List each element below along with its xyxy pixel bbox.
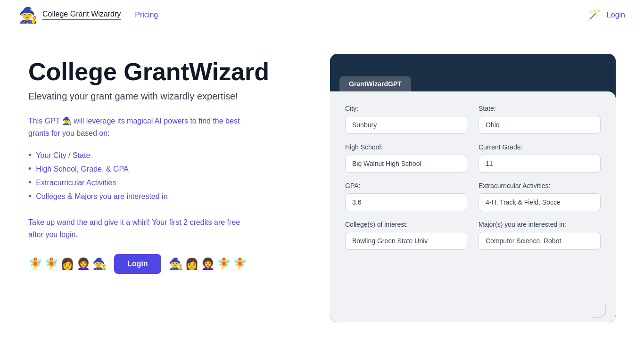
- city-group: City:: [345, 105, 467, 134]
- activities-input[interactable]: [479, 193, 601, 211]
- emoji-3: 👩: [60, 257, 74, 271]
- navbar: 🧙 College Grant Wizardry Pricing 🪄 Login: [0, 0, 644, 30]
- logo-icon: 🧙: [19, 6, 38, 24]
- activities-group: Extracurricular Activities:: [479, 182, 601, 211]
- hero-subtitle: Elevating your grant game with wizardly …: [28, 91, 302, 102]
- emoji-1: 🧚: [28, 257, 42, 271]
- state-label: State:: [479, 105, 601, 112]
- wand-icon: 🪄: [587, 8, 601, 22]
- main-container: College GrantWizard Elevating your grant…: [0, 30, 644, 346]
- form-grid: City: State: High School: Current Grade:: [345, 105, 601, 250]
- gpa-input[interactable]: [345, 193, 467, 211]
- list-item: High School, Grade, & GPA: [28, 162, 302, 176]
- gpa-label: GPA:: [345, 182, 467, 189]
- majors-group: Major(s) you are interested in:: [479, 221, 601, 250]
- panel-header: GrantWizardGPT: [330, 54, 616, 91]
- grade-group: Current Grade:: [479, 143, 601, 173]
- nav-login-button[interactable]: 🪄 Login: [587, 8, 625, 22]
- emoji-6: 🧙: [169, 257, 183, 271]
- emoji-left-group: 🧚 🧚 👩 👩‍🦱 🧙: [28, 257, 107, 271]
- logo[interactable]: 🧙 College Grant Wizardry: [19, 6, 121, 24]
- emoji-2: 🧚: [44, 257, 58, 271]
- cta-text: Take up wand the and give it a whirl! Yo…: [28, 216, 302, 240]
- list-item: Extracurricular Activities: [28, 176, 302, 189]
- highschool-input[interactable]: [345, 155, 467, 173]
- list-item: Colleges & Majors you are interested in: [28, 189, 302, 203]
- grade-label: Current Grade:: [479, 143, 601, 151]
- highschool-group: High School:: [345, 143, 467, 173]
- nav-login-label: Login: [607, 11, 625, 19]
- nav-brand-text[interactable]: College Grant Wizardry: [42, 10, 121, 20]
- majors-label: Major(s) you are interested in:: [479, 221, 601, 228]
- bottom-row: 🧚 🧚 👩 👩‍🦱 🧙 Login 🧙 👩 👩‍🦱 🧚 🧚: [28, 254, 302, 274]
- emoji-5: 🧙: [92, 257, 107, 271]
- grade-input[interactable]: [479, 155, 601, 173]
- gpa-group: GPA:: [345, 182, 467, 211]
- city-label: City:: [345, 105, 467, 112]
- city-input[interactable]: [345, 116, 467, 134]
- pricing-link[interactable]: Pricing: [135, 11, 158, 19]
- emoji-8: 👩‍🦱: [201, 257, 215, 271]
- right-panel: GrantWizardGPT City: State: High School:…: [330, 54, 616, 322]
- activities-label: Extracurricular Activities:: [479, 182, 601, 189]
- colleges-group: College(s) of interest:: [345, 221, 467, 250]
- state-input[interactable]: [479, 116, 601, 134]
- decorative-curve: [592, 304, 606, 318]
- highschool-label: High School:: [345, 143, 467, 151]
- description-text: This GPT 🧙 will leverage its magical AI …: [28, 115, 302, 139]
- emoji-4: 👩‍🦱: [76, 257, 91, 271]
- list-item: Your City / State: [28, 148, 302, 162]
- colleges-label: College(s) of interest:: [345, 221, 467, 228]
- state-group: State:: [479, 105, 601, 134]
- gpt-tab: GrantWizardGPT: [339, 76, 411, 91]
- hero-title: College GrantWizard: [28, 58, 302, 85]
- emoji-9: 🧚: [217, 257, 231, 271]
- emoji-right-group: 🧙 👩 👩‍🦱 🧚 🧚: [169, 257, 247, 271]
- left-content: College GrantWizard Elevating your grant…: [28, 54, 302, 274]
- panel-body: City: State: High School: Current Grade:: [330, 91, 616, 322]
- login-button[interactable]: Login: [114, 254, 161, 274]
- feature-list: Your City / State High School, Grade, & …: [28, 148, 302, 203]
- emoji-10: 🧚: [233, 257, 247, 271]
- majors-input[interactable]: [479, 232, 601, 250]
- emoji-7: 👩: [185, 257, 199, 271]
- colleges-input[interactable]: [345, 232, 467, 250]
